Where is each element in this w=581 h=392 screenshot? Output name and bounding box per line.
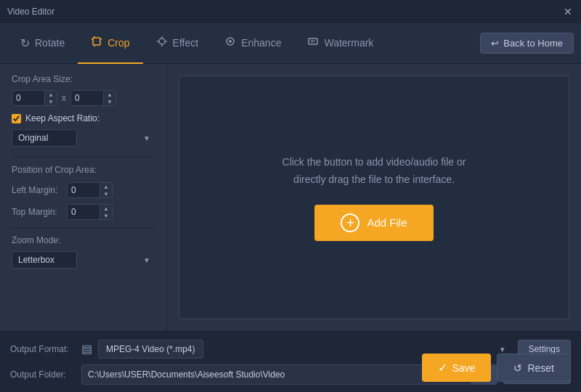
- back-home-label: Back to Home: [503, 38, 563, 49]
- divider-1: [12, 157, 155, 158]
- back-home-icon: ↩: [491, 38, 499, 49]
- position-section: Position of Crop Area: Left Margin: ▲ ▼ …: [12, 165, 155, 220]
- height-spin-btns: ▲ ▼: [103, 91, 115, 105]
- width-spin-down[interactable]: ▼: [45, 98, 57, 105]
- position-label: Position of Crop Area:: [12, 165, 155, 175]
- top-margin-spin: ▲ ▼: [99, 205, 112, 219]
- save-button[interactable]: ✓ Save: [422, 354, 492, 382]
- left-margin-down[interactable]: ▼: [100, 190, 112, 197]
- left-margin-spin: ▲ ▼: [99, 183, 112, 197]
- left-margin-input[interactable]: [68, 183, 99, 197]
- left-margin-wrap: ▲ ▼: [67, 182, 113, 198]
- tab-rotate[interactable]: ↻ Rotate: [7, 24, 78, 64]
- width-input[interactable]: [12, 91, 44, 105]
- effect-icon: [156, 36, 168, 50]
- zoom-mode-select[interactable]: Letterbox Pan & Scan Full: [12, 251, 77, 269]
- zoom-arrow-icon: ▼: [143, 256, 150, 264]
- height-input[interactable]: [71, 91, 103, 105]
- top-margin-input[interactable]: [68, 205, 99, 219]
- folder-path-input[interactable]: [82, 366, 471, 383]
- format-icon: ▤: [81, 342, 92, 356]
- height-spin-up[interactable]: ▲: [104, 91, 115, 98]
- svg-point-11: [229, 40, 232, 43]
- width-spin-up[interactable]: ▲: [45, 91, 57, 98]
- main-content: Crop Area Size: ▲ ▼ x ▲ ▼ Keep Aspect Ra…: [0, 64, 581, 331]
- format-label: Output Format:: [10, 344, 76, 354]
- divider-2: [12, 227, 155, 228]
- svg-rect-12: [309, 38, 317, 44]
- tab-watermark-label: Watermark: [324, 37, 373, 49]
- svg-rect-0: [93, 38, 100, 45]
- top-margin-wrap: ▲ ▼: [67, 204, 113, 220]
- save-check-icon: ✓: [438, 361, 447, 375]
- enhance-icon: [224, 36, 236, 50]
- format-select[interactable]: MPEG-4 Video (*.mp4) AVI Video (*.avi) M…: [98, 340, 203, 359]
- format-select-arrow-icon: ▼: [499, 345, 506, 353]
- top-margin-row: Top Margin: ▲ ▼: [12, 204, 155, 220]
- aspect-ratio-row: Keep Aspect Ratio:: [12, 113, 155, 123]
- rotate-icon: ↻: [20, 36, 30, 50]
- top-margin-label: Top Margin:: [12, 207, 62, 217]
- save-label: Save: [452, 362, 476, 374]
- zoom-select-wrap: Letterbox Pan & Scan Full ▼: [12, 251, 155, 269]
- left-panel: Crop Area Size: ▲ ▼ x ▲ ▼ Keep Aspect Ra…: [0, 64, 167, 331]
- tab-enhance-label: Enhance: [241, 37, 281, 49]
- reset-button[interactable]: ↺ Reset: [497, 354, 571, 382]
- watermark-icon: [307, 36, 319, 50]
- drop-zone[interactable]: Click the button to add video/audio file…: [179, 75, 569, 319]
- tab-crop[interactable]: Crop: [78, 24, 142, 64]
- aspect-ratio-select-wrap: Original 16:9 4:3 1:1 ▼: [12, 129, 155, 147]
- close-button[interactable]: ✕: [562, 6, 574, 17]
- tab-enhance[interactable]: Enhance: [211, 24, 294, 64]
- top-margin-up[interactable]: ▲: [100, 205, 112, 212]
- x-separator: x: [62, 93, 66, 103]
- zoom-mode-label: Zoom Mode:: [12, 235, 155, 245]
- height-input-wrap: ▲ ▼: [70, 90, 116, 106]
- title-bar: Video Editor ✕: [0, 0, 581, 23]
- width-spin-btns: ▲ ▼: [44, 91, 57, 105]
- svg-point-5: [159, 38, 165, 44]
- back-home-button[interactable]: ↩ Back to Home: [480, 33, 574, 54]
- crop-icon: [91, 36, 102, 50]
- width-input-wrap: ▲ ▼: [12, 90, 57, 106]
- reset-label: Reset: [527, 362, 554, 374]
- left-margin-row: Left Margin: ▲ ▼: [12, 182, 155, 198]
- aspect-ratio-select[interactable]: Original 16:9 4:3 1:1: [12, 129, 77, 147]
- tab-effect-label: Effect: [173, 37, 199, 49]
- drop-zone-text: Click the button to add video/audio file…: [283, 154, 466, 189]
- action-buttons: ✓ Save ↺ Reset: [422, 354, 572, 382]
- top-margin-down[interactable]: ▼: [100, 212, 112, 219]
- crop-area-label: Crop Area Size:: [12, 74, 155, 84]
- add-file-icon: +: [341, 213, 359, 232]
- aspect-ratio-arrow-icon: ▼: [143, 134, 150, 142]
- app-title: Video Editor: [7, 7, 54, 17]
- tab-effect[interactable]: Effect: [143, 24, 212, 64]
- tab-crop-label: Crop: [107, 37, 129, 49]
- tab-watermark[interactable]: Watermark: [294, 24, 386, 64]
- zoom-section: Zoom Mode: Letterbox Pan & Scan Full ▼: [12, 235, 155, 269]
- tab-bar: ↻ Rotate Crop Effect: [0, 23, 581, 64]
- left-margin-up[interactable]: ▲: [100, 183, 112, 190]
- add-file-label: Add File: [367, 216, 407, 229]
- add-file-button[interactable]: + Add File: [314, 205, 433, 241]
- tab-rotate-label: Rotate: [35, 37, 65, 49]
- reset-icon: ↺: [513, 362, 522, 374]
- keep-aspect-checkbox[interactable]: [12, 114, 21, 123]
- left-margin-label: Left Margin:: [12, 185, 62, 195]
- crop-size-row: ▲ ▼ x ▲ ▼: [12, 90, 155, 106]
- keep-aspect-label: Keep Aspect Ratio:: [25, 113, 99, 123]
- height-spin-down[interactable]: ▼: [104, 98, 115, 105]
- folder-label: Output Folder:: [10, 369, 76, 380]
